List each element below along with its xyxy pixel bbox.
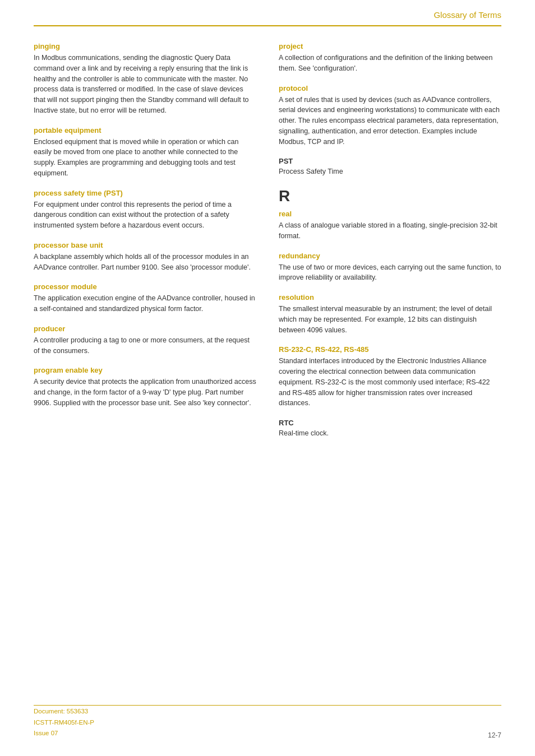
right-column: projectA collection of configurations an… bbox=[279, 42, 501, 449]
term-block-protocol: protocolA set of rules that is used by d… bbox=[279, 84, 501, 147]
term-block-processor-base-unit: processor base unitA backplane assembly … bbox=[34, 241, 256, 273]
term-body-rs-232c-rs-422-rs-485: Standard interfaces introduced by the El… bbox=[279, 356, 501, 409]
term-title-rs-232c-rs-422-rs-485: RS-232-C, RS-422, RS-485 bbox=[279, 345, 501, 354]
term-block-producer: producerA controller producing a tag to … bbox=[34, 324, 256, 356]
term-block-project: projectA collection of configurations an… bbox=[279, 42, 501, 74]
term-title-resolution: resolution bbox=[279, 293, 501, 302]
page-title: Glossary of Terms bbox=[433, 10, 501, 20]
term-body-producer: A controller producing a tag to one or m… bbox=[34, 335, 256, 356]
left-column: pingingIn Modbus communications, sending… bbox=[34, 42, 256, 449]
abbr-title-pst: PST bbox=[279, 157, 501, 165]
footer-document: Document: 553633 bbox=[34, 706, 94, 717]
term-body-program-enable-key: A security device that protects the appl… bbox=[34, 377, 256, 408]
term-title-producer: producer bbox=[34, 324, 256, 333]
term-title-project: project bbox=[279, 42, 501, 50]
section-letter-r: R bbox=[279, 187, 501, 205]
footer-issue: Issue 07 bbox=[34, 728, 94, 739]
abbr-block-rtc: RTCReal-time clock. bbox=[279, 419, 501, 439]
term-body-processor-base-unit: A backplane assembly which holds all of … bbox=[34, 252, 256, 273]
term-block-portable-equipment: portable equipmentEnclosed equipment tha… bbox=[34, 126, 256, 179]
term-body-protocol: A set of rules that is used by devices (… bbox=[279, 95, 501, 147]
term-block-rs-232c-rs-422-rs-485: RS-232-C, RS-422, RS-485Standard interfa… bbox=[279, 345, 501, 409]
abbr-body-rtc: Real-time clock. bbox=[279, 428, 501, 439]
abbr-block-pst: PSTProcess Safety Time bbox=[279, 157, 501, 177]
abbr-body-pst: Process Safety Time bbox=[279, 166, 501, 177]
term-title-process-safety-time-pst: process safety time (PST) bbox=[34, 189, 256, 197]
term-block-resolution: resolutionThe smallest interval measurab… bbox=[279, 293, 501, 335]
bottom-rule bbox=[34, 705, 501, 706]
page-footer: Document: 553633 ICSTT-RM405f-EN-P Issue… bbox=[34, 706, 501, 739]
term-body-process-safety-time-pst: For equipment under control this represe… bbox=[34, 200, 256, 231]
term-title-processor-module: processor module bbox=[34, 282, 256, 291]
term-body-portable-equipment: Enclosed equipment that is moved while i… bbox=[34, 137, 256, 179]
footer-doc-info: Document: 553633 ICSTT-RM405f-EN-P Issue… bbox=[34, 706, 94, 739]
term-body-real: A class of analogue variable stored in a… bbox=[279, 220, 501, 242]
term-title-program-enable-key: program enable key bbox=[34, 366, 256, 374]
term-block-real: realA class of analogue variable stored … bbox=[279, 210, 501, 242]
footer-page: 12-7 bbox=[488, 731, 501, 739]
abbr-title-rtc: RTC bbox=[279, 419, 501, 427]
content-area: pingingIn Modbus communications, sending… bbox=[0, 26, 535, 460]
page: Glossary of Terms pingingIn Modbus commu… bbox=[0, 0, 535, 756]
term-body-pinging: In Modbus communications, sending the di… bbox=[34, 53, 256, 116]
term-block-processor-module: processor moduleThe application executio… bbox=[34, 282, 256, 314]
term-title-redundancy: redundancy bbox=[279, 252, 501, 260]
term-body-redundancy: The use of two or more devices, each car… bbox=[279, 262, 501, 284]
footer-part: ICSTT-RM405f-EN-P bbox=[34, 717, 94, 729]
term-title-protocol: protocol bbox=[279, 84, 501, 92]
term-block-process-safety-time-pst: process safety time (PST) For equipment … bbox=[34, 189, 256, 231]
page-header: Glossary of Terms bbox=[0, 0, 535, 25]
term-title-processor-base-unit: processor base unit bbox=[34, 241, 256, 249]
term-body-processor-module: The application execution engine of the … bbox=[34, 293, 256, 314]
term-block-redundancy: redundancyThe use of two or more devices… bbox=[279, 252, 501, 284]
term-body-resolution: The smallest interval measurable by an i… bbox=[279, 304, 501, 335]
term-title-real: real bbox=[279, 210, 501, 218]
term-title-portable-equipment: portable equipment bbox=[34, 126, 256, 134]
term-title-pinging: pinging bbox=[34, 42, 256, 50]
term-block-pinging: pingingIn Modbus communications, sending… bbox=[34, 42, 256, 116]
term-body-project: A collection of configurations and the d… bbox=[279, 53, 501, 74]
term-block-program-enable-key: program enable keyA security device that… bbox=[34, 366, 256, 408]
